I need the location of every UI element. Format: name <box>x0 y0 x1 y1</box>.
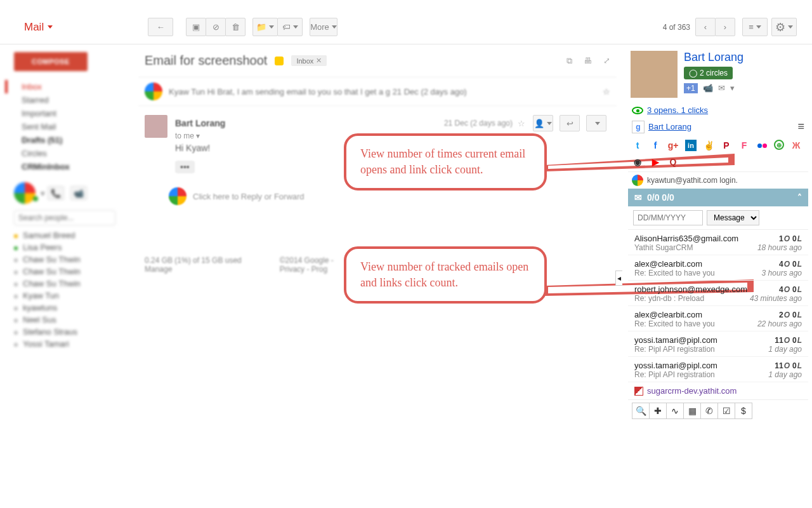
sender-avatar[interactable] <box>145 115 167 138</box>
message-date: 21 Dec (2 days ago) <box>444 119 513 128</box>
gplus-add-icon[interactable]: +1 <box>684 83 698 93</box>
hangouts-contact[interactable]: Chaw Su Thwin <box>14 277 133 290</box>
more-button[interactable]: More <box>310 18 337 36</box>
hangouts-contact[interactable]: kyawtuns <box>14 302 133 314</box>
hangouts-contact[interactable]: Kyaw Tun <box>14 290 133 302</box>
hangouts-contact[interactable]: Chaw Su Thwin <box>14 265 133 277</box>
popout-icon[interactable]: ⤢ <box>603 56 610 66</box>
crm-host-link[interactable]: sugarcrm-dev.yathit.com <box>647 386 737 396</box>
tool-search[interactable]: 🔍 <box>632 403 650 419</box>
tool-call[interactable]: ✆ <box>700 403 718 419</box>
nav-item[interactable]: Important <box>14 107 133 120</box>
hangouts-contact[interactable]: Neel Sus <box>14 314 133 326</box>
nav-item[interactable]: Sent Mail <box>14 120 133 133</box>
reply-more-button[interactable] <box>586 115 606 131</box>
tracked-email-item[interactable]: alex@clearbit.com4 0Re: Excited to have … <box>628 255 808 281</box>
tracked-email-item[interactable]: yossi.tamari@pipl.com11 0Re: Pipl API re… <box>628 331 808 357</box>
opens-clicks-link[interactable]: 3 opens. 1 clicks <box>647 105 708 115</box>
tool-task[interactable]: ☑ <box>717 403 735 419</box>
contact-name[interactable]: Bart Lorang <box>684 51 743 64</box>
reply-button[interactable]: ↩ <box>560 115 580 131</box>
tracked-email-item[interactable]: AlisonHarris635@gmail.com1 0Yathit Sugar… <box>628 230 808 255</box>
mail-dropdown[interactable]: Mail <box>24 21 53 34</box>
hangouts-contact[interactable]: Yossi Tamari <box>14 338 133 350</box>
hangouts-contact[interactable]: Chaw Su Thwin <box>14 253 133 265</box>
pagination-counter: 4 of 363 <box>663 23 690 32</box>
contact-photo[interactable] <box>631 51 678 98</box>
tracked-email-item[interactable]: alex@clearbit.com2 0Re: Excited to have … <box>628 306 808 331</box>
call-button[interactable]: 📞 <box>48 186 64 200</box>
annotation-callout-1: View number of times current email opens… <box>344 133 547 190</box>
importance-marker[interactable] <box>275 57 284 65</box>
date-filter-input[interactable] <box>633 210 703 225</box>
email-icon[interactable]: ✉ <box>718 83 725 93</box>
hangouts-contact[interactable]: Stefano Straus <box>14 326 133 338</box>
eye-icon <box>632 107 643 114</box>
hangouts-contact[interactable]: Lisa Peers <box>14 241 133 253</box>
twitter-icon[interactable]: t <box>632 140 643 151</box>
circles-badge[interactable]: ◯ 2 circles <box>684 67 733 79</box>
tracked-email-item[interactable]: yossi.tamari@pipl.com11 0Re: Pipl API re… <box>628 357 808 382</box>
video-button[interactable]: 📹 <box>70 186 87 200</box>
density-button[interactable]: ≡ <box>742 18 768 36</box>
delete-button[interactable]: 🗑 <box>225 18 246 36</box>
tool-opportunity[interactable]: $ <box>735 403 752 419</box>
nav-item[interactable]: Circles <box>14 147 133 160</box>
tracked-email-item[interactable]: robert.johnson@mexedge.com4 0Re: ydn-db … <box>628 281 808 306</box>
linkedin-icon[interactable]: in <box>685 140 697 151</box>
spam-button[interactable]: ⊘ <box>206 18 226 36</box>
nav-item[interactable]: Starred <box>14 93 133 107</box>
star-icon[interactable]: ☆ <box>518 119 525 128</box>
quora-icon[interactable]: Q <box>667 156 679 168</box>
people-icon[interactable]: ⧉ <box>566 56 572 66</box>
tool-calendar[interactable]: ▦ <box>683 403 701 419</box>
github-icon[interactable]: ◉ <box>632 156 643 168</box>
contact-panel: Bart Lorang ◯ 2 circles +1 📹 ✉ ▾ 3 opens… <box>624 44 812 508</box>
nav-item[interactable]: Inbox <box>5 80 133 93</box>
trimmed-content-toggle[interactable]: ••• <box>175 161 195 173</box>
nav-item[interactable]: Drafts (51) <box>14 133 133 147</box>
hangouts-avatar[interactable] <box>14 182 36 204</box>
tool-add[interactable]: ✚ <box>649 403 667 419</box>
youtube-icon[interactable]: ▶ <box>650 156 661 168</box>
nav-item[interactable]: CRMinInbox <box>14 160 133 173</box>
chevron-up-icon[interactable]: ˄ <box>797 192 802 203</box>
back-button[interactable]: ← <box>148 18 173 36</box>
add-contact-button[interactable]: 👤 <box>533 115 553 131</box>
search-people-input[interactable] <box>14 210 115 225</box>
print-icon[interactable]: 🖶 <box>584 56 592 66</box>
more-caret-icon[interactable]: ▾ <box>730 83 735 93</box>
collapsed-message[interactable]: Kyaw Tun Hi Brat, I am sending email to … <box>138 77 617 106</box>
settings-button[interactable]: ⚙ <box>771 18 797 36</box>
menu-icon[interactable]: ≡ <box>797 120 804 133</box>
google-name-link[interactable]: Bart Lorang <box>648 122 691 131</box>
next-button[interactable]: › <box>715 18 735 36</box>
label-chip-inbox[interactable]: Inbox✕ <box>291 55 327 66</box>
googleplus-icon[interactable]: g+ <box>667 140 679 151</box>
sender-name: Bart Lorang <box>175 118 225 128</box>
foursquare-icon[interactable]: F <box>738 140 750 151</box>
content: Email for screenshoot Inbox✕ ⧉ 🖶 ⤢ Kyaw … <box>133 44 624 508</box>
sidebar: COMPOSE InboxStarredImportantSent MailDr… <box>0 44 133 508</box>
prev-button[interactable]: ‹ <box>695 18 716 36</box>
facebook-icon[interactable]: f <box>650 140 661 151</box>
email-subject: Email for screenshoot <box>145 53 267 68</box>
hangouts-contact[interactable]: Samuel Breed <box>14 229 133 241</box>
klout-icon[interactable]: Ж <box>790 140 802 151</box>
hangout-video-icon[interactable]: 📹 <box>703 83 713 93</box>
tracking-header[interactable]: ✉ 0/0 0/0 ˄ <box>628 189 808 206</box>
move-button[interactable]: 📁 <box>252 18 278 36</box>
type-filter-select[interactable]: Message <box>707 210 759 225</box>
aboutme-icon[interactable]: ✌ <box>703 140 714 151</box>
flickr-icon[interactable] <box>756 140 768 151</box>
globe-icon[interactable]: ⊕ <box>774 140 784 150</box>
tool-feed[interactable]: ∿ <box>666 403 684 419</box>
reply-placeholder[interactable]: Click here to Reply or Forward <box>193 192 304 201</box>
compose-button[interactable]: COMPOSE <box>14 52 88 71</box>
labels-button[interactable]: 🏷 <box>277 18 303 36</box>
archive-button[interactable]: ▣ <box>186 18 206 36</box>
annotation-callout-2: View number of tracked emails open and l… <box>344 246 547 304</box>
pinterest-icon[interactable]: P <box>721 140 732 151</box>
sugarcrm-icon <box>634 387 643 396</box>
panel-collapse-tab[interactable]: ◂ <box>615 271 622 286</box>
